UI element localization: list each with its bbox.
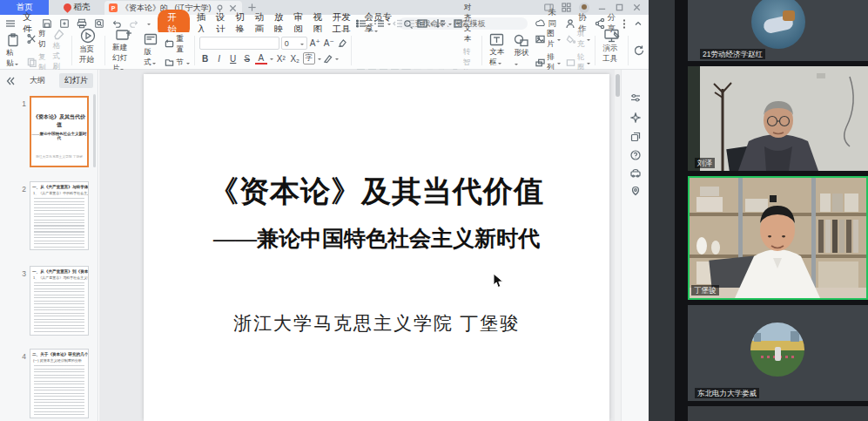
layers-panel-icon[interactable] [630,132,641,142]
play-from-current-button[interactable]: 当页开始 [77,28,100,74]
clipboard-group: 剪切 复制 [27,29,46,73]
participant-video [688,66,868,171]
export-icon[interactable] [59,18,70,29]
increase-font-button[interactable]: A⁺ [309,38,321,48]
bullet-list-icon[interactable] [356,19,367,28]
history-dropdown-icon[interactable] [147,24,151,27]
align-text-button[interactable]: 对齐文本 [454,3,478,44]
slide-subtitle: ——兼论中国特色社会主义新时代 [144,224,609,253]
align-text-icon [454,19,462,28]
underline-button[interactable]: U [227,54,239,64]
shapes-button[interactable]: 形状 [511,34,531,67]
superscript-button[interactable]: X² [275,54,287,64]
decrease-font-button[interactable]: A⁻ [323,38,335,48]
shapes-icon [514,34,528,47]
presentation-file-icon: P [109,3,118,12]
fill-bucket-icon [566,35,575,44]
ribbon-toolbar: 粘贴 剪切 复制 格式刷 当页开始 新建幻灯片 版式 [0,32,649,70]
strikethrough-button[interactable]: S [241,54,253,64]
slide-thumbnail-1[interactable]: 《资本论》及其当代价值 ——兼论中国特色社会主义新时代 浙江大学马克思主义学院 … [30,96,89,167]
increase-indent-icon[interactable] [405,19,415,28]
sync-tool-icon[interactable] [633,44,645,57]
slide-title: 《资本论》及其当代价值 [144,172,609,212]
share-icon [595,18,605,29]
reset-slide-icon [165,39,174,49]
slide-number: 3 [17,269,26,278]
slide-canvas[interactable]: 《资本论》及其当代价值 ——兼论中国特色社会主义新时代 浙江大学马克思主义学院 … [99,70,615,421]
play-circle-icon [80,28,96,44]
canvas-scrollbar[interactable] [615,70,621,421]
slide-number: 1 [17,99,26,108]
bold-button[interactable]: B [199,54,212,64]
video-conference-panel: 21劳动经济学赵红 刘泽 [649,0,868,421]
format-painter-icon [53,29,64,40]
cut-button[interactable]: 剪切 [27,29,46,50]
participant-tile-2[interactable]: 刘泽 [688,66,868,171]
participant-video [690,178,866,298]
clear-format-icon[interactable] [337,38,347,48]
font-name-combo[interactable] [199,37,279,50]
presentation-tools-icon [604,29,620,43]
hamburger-icon [5,18,16,29]
cloud-sync-icon [535,18,546,29]
save-icon[interactable] [42,18,52,29]
slide-thumbnail-2[interactable]: 一、从《共产党宣言》与科学体系发展《资本论》 1、《共产党宣言》中的科学社会主义 [30,181,89,250]
section-button[interactable]: 节 [165,58,190,68]
text-direction-icon[interactable] [435,18,446,28]
line-spacing-icon[interactable] [417,19,427,28]
paste-button[interactable]: 粘贴 [3,33,23,69]
highlight-pen-icon[interactable] [323,54,333,64]
presentation-tools-button[interactable]: 演示工具 [600,29,623,73]
picture-button[interactable]: 图片 [535,29,561,50]
thumbnail-body-text [34,198,84,248]
thumbnail-scrollbar[interactable] [93,94,96,167]
properties-sliders-icon[interactable] [630,92,641,103]
slide-thumbnail-panel: 大纲 幻灯片 1 《资本论》及其当代价值 ——兼论中国特色社会主义新时代 浙江大… [0,70,98,421]
slide-thumbnail-4[interactable]: 二、关于《资本论》研究的几个问题 (一) 对资本主义经济制度的分析 [30,349,89,418]
format-painter-button[interactable]: 格式刷 [50,29,68,72]
slide-thumbnail-3[interactable]: 一、从《共产党宣言》到《资本论》的发展 1、《共产党宣言》与科学社会主义基本原则 [30,266,89,336]
location-pin-icon[interactable] [630,186,641,196]
new-slide-icon [116,28,131,42]
tab-outline[interactable]: 大纲 [24,73,50,88]
docer-tab[interactable]: 稻壳 [49,0,104,15]
help-icon[interactable] [630,150,641,160]
section-folder-icon [165,58,174,67]
tab-slides[interactable]: 幻灯片 [59,73,93,88]
current-slide[interactable]: 《资本论》及其当代价值 ——兼论中国特色社会主义新时代 浙江大学马克思主义学院 … [144,74,609,421]
wps-presentation-window: 首页 稻壳 P 《资本论》的...(辽宁大学) 文件 [0,0,649,421]
participant-avatar [751,0,805,49]
collaborate-person-icon [565,18,575,29]
layout-button[interactable]: 版式 [141,33,160,68]
slide-group: 重置 节 [165,34,190,68]
participant-tile-4[interactable]: 东北电力大学娄威 [688,305,868,401]
participant-tile-3-active-speaker[interactable]: 丁堡骏 [688,176,868,300]
toolbox-icon[interactable] [630,167,641,178]
participant-name: 丁堡骏 [691,285,719,295]
font-group: 0 A⁺ A⁻ B I U S A X² X₂ 字 [199,37,347,65]
font-size-combo[interactable]: 0 [281,37,307,50]
docer-flame-icon [62,2,73,13]
collapse-panel-icon[interactable] [5,76,16,86]
participant-tile-5-partial[interactable] [688,406,868,421]
docer-tab-label: 稻壳 [74,2,91,13]
slide-number: 4 [17,352,26,361]
collapse-ribbon-icon[interactable] [633,18,643,29]
numbered-list-icon[interactable] [374,19,385,28]
font-color-button[interactable]: A [255,53,267,65]
paste-clipboard-icon [6,33,20,47]
copy-icon [27,58,37,67]
italic-button[interactable]: I [213,54,225,64]
participant-tile-1[interactable]: 21劳动经济学赵红 [688,0,868,61]
insert-group: 图片 填充 排列 轮廓 [535,29,590,73]
fill-button[interactable]: 填充 [566,29,591,50]
phonetic-button[interactable]: 字 [303,52,315,65]
reset-button[interactable]: 重置 [165,34,190,55]
new-slide-button[interactable]: 新建幻灯片 [110,28,137,74]
smart-beautify-star-icon[interactable] [630,112,641,123]
text-box-button[interactable]: 文本框 [487,33,507,68]
more-menu-icon[interactable] [623,19,625,29]
subscript-button[interactable]: X₂ [289,54,301,64]
outline-square-icon [566,58,575,67]
decrease-indent-icon[interactable] [393,19,403,28]
